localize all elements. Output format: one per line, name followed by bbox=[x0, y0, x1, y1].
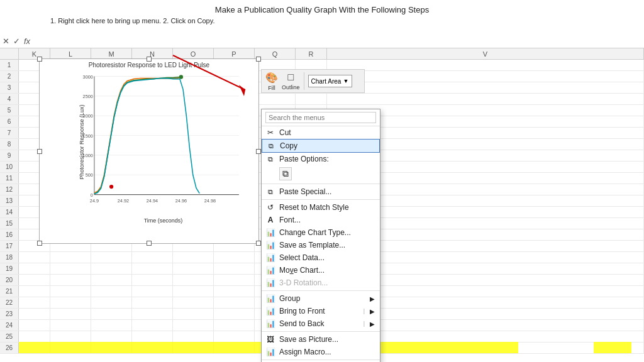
col-header-p[interactable]: P bbox=[214, 48, 255, 59]
cell[interactable] bbox=[132, 263, 173, 274]
cell[interactable] bbox=[50, 297, 91, 308]
chart-handle-tr[interactable] bbox=[256, 57, 261, 62]
svg-text:0: 0 bbox=[91, 192, 93, 198]
cell[interactable] bbox=[50, 309, 91, 319]
chart-handle-tc[interactable] bbox=[147, 57, 152, 62]
col-header-o[interactable]: O bbox=[173, 48, 214, 59]
cell[interactable] bbox=[132, 252, 173, 263]
cell[interactable] bbox=[91, 309, 132, 319]
cell[interactable] bbox=[19, 297, 50, 308]
cell[interactable] bbox=[214, 252, 255, 263]
cell[interactable] bbox=[214, 286, 255, 297]
cell[interactable] bbox=[132, 275, 173, 285]
chart-handle-ml[interactable] bbox=[37, 149, 42, 154]
chart-area-dropdown[interactable]: Chart Area ▼ bbox=[308, 75, 352, 87]
chart-handle-mr[interactable] bbox=[256, 149, 261, 154]
chart-handle-tl[interactable] bbox=[37, 57, 42, 62]
col-header-m[interactable]: M bbox=[91, 48, 132, 59]
cell[interactable] bbox=[327, 71, 644, 82]
chart-handle-bc[interactable] bbox=[147, 241, 152, 246]
menu-item-copy[interactable]: ⧉ Copy bbox=[262, 139, 380, 153]
row-number: 16 bbox=[0, 229, 19, 240]
cell[interactable] bbox=[19, 320, 50, 331]
menu-item-save-as-picture[interactable]: 🖼 Save as Picture... bbox=[262, 333, 380, 346]
menu-item-bring-to-front[interactable]: 📊 Bring to Front | ▶ bbox=[262, 305, 380, 317]
menu-item-send-to-back[interactable]: 📊 Send to Back | ▶ bbox=[262, 317, 380, 330]
3d-rotation-label: 3-D Rotation... bbox=[279, 278, 375, 287]
col-header-v[interactable]: V bbox=[327, 48, 644, 59]
cell[interactable] bbox=[91, 331, 132, 342]
cell[interactable] bbox=[50, 263, 91, 274]
copy-icon: ⧉ bbox=[266, 142, 276, 150]
cell[interactable] bbox=[50, 320, 91, 331]
cell[interactable] bbox=[214, 309, 255, 319]
cell[interactable] bbox=[173, 309, 214, 319]
chart-container[interactable]: Photoresistor Response to LED Light Puls… bbox=[39, 58, 259, 244]
confirm-icon[interactable]: ✓ bbox=[13, 36, 20, 46]
menu-item-reset-style[interactable]: ↺ Reset to Match Style bbox=[262, 201, 380, 214]
fill-button[interactable]: 🎨 Fill bbox=[265, 72, 278, 91]
cell[interactable] bbox=[327, 94, 644, 104]
menu-item-change-chart-type[interactable]: 📊 Change Chart Type... bbox=[262, 226, 380, 239]
menu-item-select-data[interactable]: 📊 Select Data... bbox=[262, 251, 380, 264]
cell[interactable] bbox=[91, 320, 132, 331]
bring-front-arrow-icon: ▶ bbox=[370, 308, 375, 315]
cell[interactable] bbox=[19, 309, 50, 319]
menu-item-paste-icon[interactable]: ⧉ bbox=[262, 165, 380, 182]
cell[interactable] bbox=[214, 320, 255, 331]
cancel-icon[interactable]: ✕ bbox=[3, 36, 9, 46]
cell[interactable] bbox=[91, 297, 132, 308]
cell[interactable] bbox=[296, 94, 327, 104]
chart-handle-bl[interactable] bbox=[37, 241, 42, 246]
cell[interactable] bbox=[214, 275, 255, 285]
menu-item-group[interactable]: 📊 Group ▶ bbox=[262, 292, 380, 305]
menu-item-move-chart[interactable]: 📊 Move Chart... bbox=[262, 264, 380, 277]
cell[interactable] bbox=[173, 275, 214, 285]
row-number: 19 bbox=[0, 263, 19, 274]
cell[interactable] bbox=[173, 263, 214, 274]
cell[interactable] bbox=[50, 286, 91, 297]
cell[interactable] bbox=[91, 286, 132, 297]
col-header-k[interactable]: K bbox=[19, 48, 50, 59]
cell[interactable] bbox=[214, 263, 255, 274]
menu-item-font[interactable]: A Font... bbox=[262, 214, 380, 226]
cell[interactable] bbox=[173, 331, 214, 342]
cell[interactable] bbox=[50, 331, 91, 342]
cell[interactable] bbox=[91, 252, 132, 263]
col-header-r[interactable]: R bbox=[296, 48, 327, 59]
cell[interactable] bbox=[132, 331, 173, 342]
menu-item-paste-special[interactable]: ⧉ Paste Special... bbox=[262, 185, 380, 198]
cell[interactable] bbox=[19, 331, 50, 342]
cell[interactable] bbox=[19, 252, 50, 263]
cell[interactable] bbox=[327, 82, 644, 93]
cell[interactable] bbox=[50, 252, 91, 263]
cell[interactable] bbox=[173, 286, 214, 297]
cell[interactable] bbox=[19, 275, 50, 285]
outline-button[interactable]: □ Outline bbox=[282, 72, 300, 90]
cell[interactable] bbox=[19, 263, 50, 274]
menu-item-save-as-template[interactable]: 📊 Save as Template... bbox=[262, 239, 380, 251]
cell[interactable] bbox=[91, 275, 132, 285]
cell[interactable] bbox=[173, 297, 214, 308]
cell[interactable] bbox=[214, 297, 255, 308]
menu-item-assign-macro[interactable]: 📊 Assign Macro... bbox=[262, 346, 380, 358]
cell[interactable] bbox=[327, 60, 644, 70]
cell[interactable] bbox=[132, 297, 173, 308]
cell[interactable] bbox=[50, 275, 91, 285]
cell[interactable] bbox=[132, 320, 173, 331]
col-header-l[interactable]: L bbox=[50, 48, 91, 59]
cell[interactable] bbox=[173, 320, 214, 331]
chart-handle-br[interactable] bbox=[256, 241, 261, 246]
cell[interactable] bbox=[214, 331, 255, 342]
group-icon: 📊 bbox=[265, 294, 275, 303]
cell[interactable] bbox=[173, 252, 214, 263]
col-header-n[interactable]: N bbox=[132, 48, 173, 59]
menu-item-cut[interactable]: ✂ Cut bbox=[262, 126, 380, 139]
cell[interactable] bbox=[19, 286, 50, 297]
cell[interactable] bbox=[255, 94, 296, 104]
menu-search-input[interactable] bbox=[265, 112, 376, 123]
cell[interactable] bbox=[132, 286, 173, 297]
cell[interactable] bbox=[132, 309, 173, 319]
cell[interactable] bbox=[91, 263, 132, 274]
paste-icon: ⧉ bbox=[279, 167, 292, 180]
